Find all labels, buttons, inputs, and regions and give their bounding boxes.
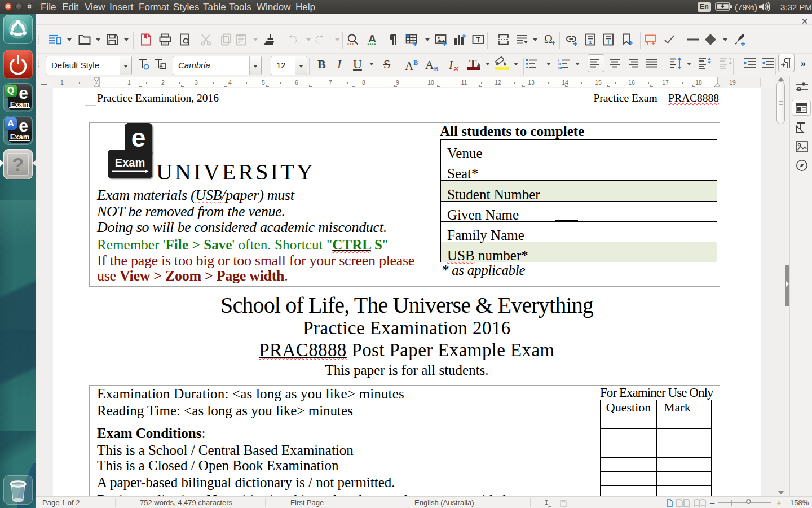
svg-text:Ω: Ω (544, 33, 553, 45)
svg-text:A: A (368, 33, 376, 45)
svg-text:III: III (558, 65, 562, 71)
svg-text:i: i (608, 40, 610, 45)
svg-text:1: 1 (589, 40, 592, 45)
